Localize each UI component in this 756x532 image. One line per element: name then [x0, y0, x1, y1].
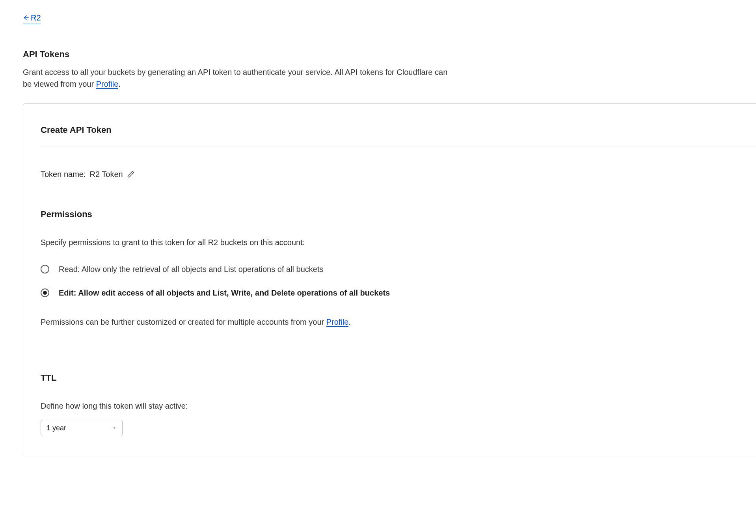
ttl-select[interactable]: 1 year [41, 420, 123, 436]
permissions-title: Permissions [41, 208, 756, 221]
create-token-card: Create API Token Token name: R2 Token Pe… [23, 103, 756, 456]
ttl-description: Define how long this token will stay act… [41, 400, 756, 412]
page-description-after: . [118, 80, 121, 88]
token-name-value: R2 Token [90, 168, 123, 180]
profile-link-header[interactable]: Profile [96, 80, 119, 89]
permissions-note-before: Permissions can be further customized or… [41, 318, 326, 326]
breadcrumb-back-link[interactable]: R2 [23, 12, 41, 24]
permissions-note-after: . [348, 318, 351, 326]
page-title: API Tokens [23, 48, 756, 61]
token-name-row: Token name: R2 Token [41, 168, 756, 180]
permissions-description: Specify permissions to grant to this tok… [41, 236, 756, 248]
permission-radio-read[interactable]: Read: Allow only the retrieval of all ob… [41, 263, 756, 275]
radio-icon-selected [41, 288, 49, 297]
ttl-title: TTL [41, 371, 756, 384]
pencil-icon [127, 170, 135, 178]
ttl-select-wrap: 1 year [41, 420, 123, 436]
permission-radio-edit[interactable]: Edit: Allow edit access of all objects a… [41, 287, 756, 299]
radio-icon [41, 265, 49, 273]
page-description-text: Grant access to all your buckets by gene… [23, 68, 447, 88]
card-title: Create API Token [41, 123, 756, 147]
breadcrumb-back-label: R2 [31, 12, 41, 24]
permission-radio-edit-label: Edit: Allow edit access of all objects a… [59, 287, 390, 299]
permission-radio-read-label: Read: Allow only the retrieval of all ob… [59, 263, 323, 275]
token-name-label: Token name: [41, 168, 86, 180]
page-description: Grant access to all your buckets by gene… [23, 66, 456, 90]
profile-link-permissions[interactable]: Profile [326, 318, 349, 327]
arrow-left-icon [23, 14, 30, 21]
permissions-note: Permissions can be further customized or… [41, 316, 756, 328]
edit-token-name-button[interactable] [127, 170, 135, 178]
